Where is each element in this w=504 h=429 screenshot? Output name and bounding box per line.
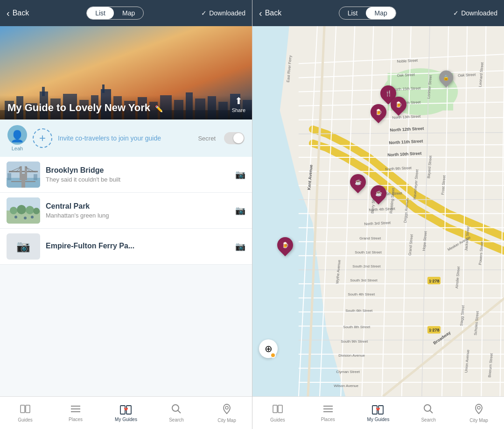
svg-text:South 3rd Street: South 3rd Street xyxy=(350,278,378,282)
right-nav-my-guides[interactable]: My Guides xyxy=(353,397,404,429)
left-city-map-label: City Map xyxy=(217,418,236,423)
map-pin-lock[interactable]: 🔒 xyxy=(439,70,453,84)
central-park-thumbnail xyxy=(7,197,40,224)
right-places-icon xyxy=(322,404,334,415)
empire-fulton-thumbnail: 📷 xyxy=(7,233,40,260)
svg-rect-49 xyxy=(120,406,125,414)
svg-rect-27 xyxy=(20,166,22,180)
right-city-map-label: City Map xyxy=(469,418,488,423)
share-button[interactable]: ⬆ Share xyxy=(232,95,245,113)
right-top-bar: ‹ Back List Map ✓ Downloaded xyxy=(252,0,504,26)
left-back-button[interactable]: ‹ Back xyxy=(7,8,29,19)
right-downloaded-label: Downloaded xyxy=(461,9,497,17)
secret-toggle[interactable] xyxy=(224,132,245,144)
pin-icon-coffee1: ☕ xyxy=(355,179,362,185)
right-back-label: Back xyxy=(265,9,282,17)
svg-rect-50 xyxy=(126,406,131,414)
guides-icon xyxy=(20,404,31,416)
left-nav-guides[interactable]: Guides xyxy=(0,397,50,429)
right-list-tab[interactable]: List xyxy=(339,7,366,19)
right-panel: ‹ Back List Map ✓ Downloaded xyxy=(252,0,504,429)
right-places-label: Places xyxy=(321,417,335,422)
central-park-desc: Manhattan's green lung xyxy=(46,212,230,219)
left-nav-places[interactable]: Places xyxy=(50,397,101,429)
travelers-row: 👤 Leah + Invite co-travelers to join you… xyxy=(0,120,252,157)
svg-point-154 xyxy=(477,406,480,409)
right-downloaded-badge: ✓ Downloaded xyxy=(453,9,497,17)
guide-item-brooklyn[interactable]: Brooklyn Bridge They said it couldn't be… xyxy=(0,157,252,193)
hero-image: My Guide to Lovely New York ✏️ ⬆ Share xyxy=(0,26,252,120)
right-nav-places[interactable]: Places xyxy=(303,397,353,429)
svg-text:South 6th Street: South 6th Street xyxy=(345,309,373,313)
svg-rect-44 xyxy=(21,405,25,413)
left-search-label: Search xyxy=(169,417,184,422)
svg-text:Wilson Avenue: Wilson Avenue xyxy=(334,384,358,388)
right-nav-city-map[interactable]: City Map xyxy=(454,397,504,429)
svg-point-39 xyxy=(26,206,34,214)
right-nav-search[interactable]: Search xyxy=(403,397,454,429)
left-list-tab[interactable]: List xyxy=(87,7,114,19)
svg-text:1·278: 1·278 xyxy=(429,279,440,283)
left-map-tab[interactable]: Map xyxy=(114,7,143,19)
pencil-icon: ✏️ xyxy=(155,105,163,113)
location-dot xyxy=(270,352,276,358)
svg-text:Grand Street: Grand Street xyxy=(359,236,381,240)
pin-circle-coffee1: ☕ xyxy=(347,171,369,193)
svg-point-43 xyxy=(31,216,34,218)
left-nav-search[interactable]: Search xyxy=(151,397,202,429)
right-back-button[interactable]: ‹ Back xyxy=(259,8,281,19)
left-bottom-nav: Guides Places My Guides Search xyxy=(0,396,252,429)
avatar-person-icon: 👤 xyxy=(10,130,24,143)
svg-point-38 xyxy=(17,205,26,214)
central-park-svg xyxy=(7,197,40,224)
back-chevron-icon: ‹ xyxy=(7,8,10,19)
pin-circle-lock: 🔒 xyxy=(436,68,456,87)
central-thumb-bg xyxy=(7,197,40,224)
right-guides-icon xyxy=(272,404,283,416)
svg-point-37 xyxy=(10,207,17,214)
svg-point-53 xyxy=(225,406,228,409)
map-pin-coffee2[interactable]: ☕ xyxy=(371,185,386,201)
left-top-bar: ‹ Back List Map ✓ Downloaded xyxy=(0,0,252,26)
add-traveler-button[interactable]: + xyxy=(33,128,52,148)
right-map-tab[interactable]: Map xyxy=(366,7,395,19)
left-nav-my-guides[interactable]: My Guides xyxy=(101,397,151,429)
guide-item-central-park[interactable]: Central Park Manhattan's green lung 📷 xyxy=(0,193,252,229)
pin-circle-beer-bottom: 🍺 xyxy=(274,234,296,256)
invite-text: Invite co-travelers to join your guide xyxy=(58,134,192,142)
svg-point-51 xyxy=(172,405,179,411)
left-downloaded-label: Downloaded xyxy=(209,9,245,17)
brooklyn-desc: They said it couldn't be built xyxy=(46,176,230,183)
left-back-label: Back xyxy=(13,9,29,17)
svg-point-152 xyxy=(424,405,431,411)
right-search-icon xyxy=(423,404,434,416)
svg-point-41 xyxy=(14,216,17,218)
svg-text:Clyman Street: Clyman Street xyxy=(336,370,360,374)
hero-overlay: My Guide to Lovely New York ✏️ xyxy=(0,95,252,120)
leah-label: Leah xyxy=(12,146,23,151)
map-pin-3[interactable]: 🍺 xyxy=(391,97,406,113)
svg-text:South 4th Street: South 4th Street xyxy=(348,292,375,296)
share-icon: ⬆ xyxy=(235,95,243,106)
empire-fulton-info: Empire-Fulton Ferry Pa... xyxy=(46,242,230,252)
left-panel: ‹ Back List Map ✓ Downloaded xyxy=(0,0,252,429)
empire-fulton-placeholder: 📷 xyxy=(7,233,40,260)
search-icon xyxy=(171,404,182,416)
check-icon: ✓ xyxy=(201,9,207,17)
pin-icon-1: 🍺 xyxy=(375,109,382,115)
avatar-circle: 👤 xyxy=(7,125,27,145)
right-nav-guides[interactable]: Guides xyxy=(252,397,303,429)
central-park-info: Central Park Manhattan's green lung xyxy=(46,202,230,219)
brooklyn-name: Brooklyn Bridge xyxy=(46,166,230,175)
svg-rect-151 xyxy=(378,406,383,414)
map-container[interactable]: Noble Street Oak Street Oak Street North… xyxy=(252,26,504,396)
map-pin-beer-bottom[interactable]: 🍺 xyxy=(277,237,293,253)
guide-item-empire-fulton[interactable]: 📷 Empire-Fulton Ferry Pa... 📷 xyxy=(0,229,252,265)
pin-circle-coffee2: ☕ xyxy=(367,182,389,204)
map-pin-coffee1[interactable]: ☕ xyxy=(350,174,366,190)
left-nav-city-map[interactable]: City Map xyxy=(202,397,252,429)
left-toggle-group: List Map xyxy=(86,7,144,20)
map-pin-1[interactable]: 🍺 xyxy=(371,104,386,120)
right-search-label: Search xyxy=(421,417,436,422)
svg-line-52 xyxy=(178,410,181,413)
